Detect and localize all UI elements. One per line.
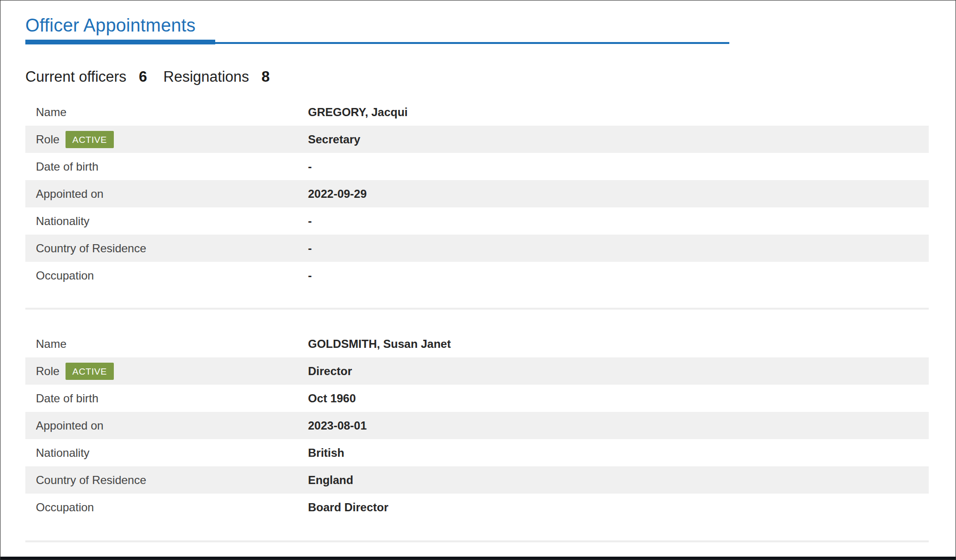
table-row: Role ACTIVE Secretary xyxy=(25,126,929,153)
row-label: Role xyxy=(36,365,59,378)
row-label: Role xyxy=(36,133,59,146)
row-value: - xyxy=(308,242,312,255)
table-row: Occupation Board Director xyxy=(25,494,929,521)
officer-card: Name GOLDSMITH, Susan Janet Role ACTIVE … xyxy=(25,330,929,521)
resignations-count: 8 xyxy=(262,68,270,86)
table-row: Role ACTIVE Director xyxy=(25,357,929,385)
table-row: Appointed on 2023-08-01 xyxy=(25,412,929,439)
resignations-label: Resignations xyxy=(164,68,249,86)
officers-summary-heading: Current officers 6 Resignations 8 xyxy=(25,68,956,86)
table-row: Occupation - xyxy=(25,262,929,289)
page-title: Officer Appointments xyxy=(25,15,956,36)
row-label: Occupation xyxy=(36,501,94,514)
row-value: Oct 1960 xyxy=(308,392,356,405)
table-row: Name GREGORY, Jacqui xyxy=(25,98,929,126)
row-value: Director xyxy=(308,365,352,378)
row-value: Secretary xyxy=(308,133,360,146)
row-value: GOLDSMITH, Susan Janet xyxy=(308,337,451,351)
active-status-badge: ACTIVE xyxy=(66,363,113,380)
row-label: Date of birth xyxy=(36,160,99,173)
row-label: Name xyxy=(36,337,66,351)
table-row: Nationality British xyxy=(25,439,929,466)
row-value: Board Director xyxy=(308,501,388,514)
row-value: - xyxy=(308,160,312,173)
row-label: Date of birth xyxy=(36,392,99,405)
section-end-divider xyxy=(25,540,929,542)
row-label: Nationality xyxy=(36,215,89,228)
table-row: Appointed on 2022-09-29 xyxy=(25,180,929,207)
bottom-window-edge-bar xyxy=(0,557,956,560)
title-underline xyxy=(25,40,729,44)
row-value: 2022-09-29 xyxy=(308,187,367,201)
row-label: Appointed on xyxy=(36,187,103,201)
row-value: England xyxy=(308,474,353,487)
row-value: British xyxy=(308,446,344,460)
current-officers-count: 6 xyxy=(139,68,147,86)
row-label: Appointed on xyxy=(36,419,103,432)
table-row: Country of Residence England xyxy=(25,466,929,494)
active-status-badge: ACTIVE xyxy=(66,131,113,148)
row-label: Name xyxy=(36,106,66,119)
table-row: Name GOLDSMITH, Susan Janet xyxy=(25,330,929,357)
table-row: Country of Residence - xyxy=(25,235,929,262)
table-row: Date of birth Oct 1960 xyxy=(25,385,929,412)
table-row: Nationality - xyxy=(25,207,929,235)
officer-card: Name GREGORY, Jacqui Role ACTIVE Secreta… xyxy=(25,98,929,289)
officer-appointments-page: Officer Appointments Current officers 6 … xyxy=(0,0,956,560)
row-label: Country of Residence xyxy=(36,474,146,487)
row-value: - xyxy=(308,269,312,282)
row-label: Nationality xyxy=(36,446,89,460)
current-officers-label: Current officers xyxy=(25,68,126,86)
officer-divider xyxy=(25,308,929,310)
row-label: Country of Residence xyxy=(36,242,146,255)
row-value: 2023-08-01 xyxy=(308,419,367,432)
row-value: - xyxy=(308,215,312,228)
row-value: GREGORY, Jacqui xyxy=(308,106,408,119)
table-row: Date of birth - xyxy=(25,153,929,180)
row-label: Occupation xyxy=(36,269,94,282)
